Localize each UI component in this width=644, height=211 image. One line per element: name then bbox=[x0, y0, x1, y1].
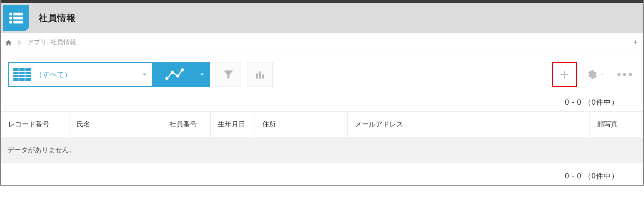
chevron-down-icon bbox=[199, 71, 206, 78]
view-selector-label: （すべて） bbox=[35, 70, 141, 79]
app-icon bbox=[3, 5, 29, 31]
chart-button[interactable] bbox=[247, 62, 273, 87]
add-record-button[interactable] bbox=[552, 62, 577, 87]
svg-rect-0 bbox=[9, 13, 12, 16]
app-title: 社員情報 bbox=[39, 12, 76, 24]
column-header[interactable]: 顔写真 bbox=[590, 112, 643, 137]
funnel-icon bbox=[222, 68, 234, 81]
filter-button[interactable] bbox=[215, 62, 241, 87]
view-selector[interactable]: （すべて） bbox=[8, 62, 153, 87]
column-header[interactable]: 社員番号 bbox=[162, 112, 211, 137]
pagination-top: 0 - 0 （0件中） bbox=[1, 89, 643, 111]
bar-chart-icon bbox=[254, 68, 266, 81]
graph-dropdown[interactable] bbox=[195, 63, 209, 86]
breadcrumb-separator-icon bbox=[18, 39, 22, 47]
pagination-bottom: 0 - 0 （0件中） bbox=[1, 163, 643, 185]
pin-icon[interactable] bbox=[632, 39, 639, 46]
svg-rect-5 bbox=[13, 21, 23, 24]
chevron-down-icon bbox=[141, 71, 148, 78]
gear-icon bbox=[586, 69, 597, 80]
svg-rect-16 bbox=[256, 74, 258, 79]
svg-rect-18 bbox=[262, 74, 264, 79]
column-header[interactable]: 生年月日 bbox=[211, 112, 255, 137]
more-menu-button[interactable] bbox=[613, 73, 636, 76]
chevron-down-icon bbox=[600, 72, 604, 77]
settings-button[interactable] bbox=[586, 69, 604, 80]
empty-message: データがありません。 bbox=[1, 137, 643, 163]
svg-rect-2 bbox=[9, 17, 12, 20]
svg-rect-3 bbox=[13, 17, 23, 20]
svg-rect-17 bbox=[259, 72, 261, 79]
column-header[interactable]: レコード番号 bbox=[1, 112, 69, 137]
svg-rect-4 bbox=[9, 21, 12, 24]
column-header[interactable]: 氏名 bbox=[69, 112, 162, 137]
home-icon[interactable] bbox=[5, 39, 12, 46]
records-table: レコード番号 氏名 社員番号 生年月日 住所 メールアドレス 顔写真 データがあ… bbox=[1, 111, 643, 163]
plus-icon bbox=[559, 69, 570, 80]
breadcrumb: アプリ: 社員情報 bbox=[1, 33, 643, 52]
dots-icon bbox=[629, 73, 632, 76]
column-header[interactable]: 住所 bbox=[255, 112, 348, 137]
column-header[interactable]: メールアドレス bbox=[348, 112, 590, 137]
table-view-icon bbox=[13, 68, 31, 81]
line-chart-icon bbox=[165, 66, 184, 83]
table-header-row: レコード番号 氏名 社員番号 生年月日 住所 メールアドレス 顔写真 bbox=[1, 112, 643, 137]
svg-rect-1 bbox=[13, 13, 23, 16]
graph-view-button[interactable] bbox=[153, 62, 210, 87]
breadcrumb-current: アプリ: 社員情報 bbox=[27, 38, 76, 47]
app-header: 社員情報 bbox=[1, 3, 643, 33]
toolbar: （すべて） bbox=[1, 52, 643, 89]
dots-icon bbox=[617, 73, 621, 76]
window-titlebar bbox=[1, 0, 643, 3]
dots-icon bbox=[623, 73, 626, 76]
